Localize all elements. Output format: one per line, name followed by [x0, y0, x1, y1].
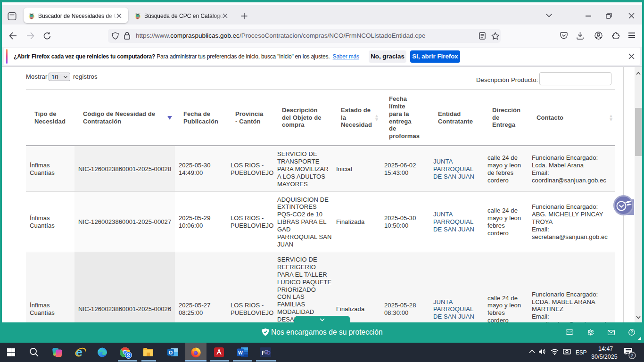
svg-text:W: W	[238, 350, 243, 355]
svg-text:2: 2	[631, 353, 633, 358]
svg-text:O: O	[169, 350, 173, 355]
svg-text:F: F	[262, 350, 265, 356]
